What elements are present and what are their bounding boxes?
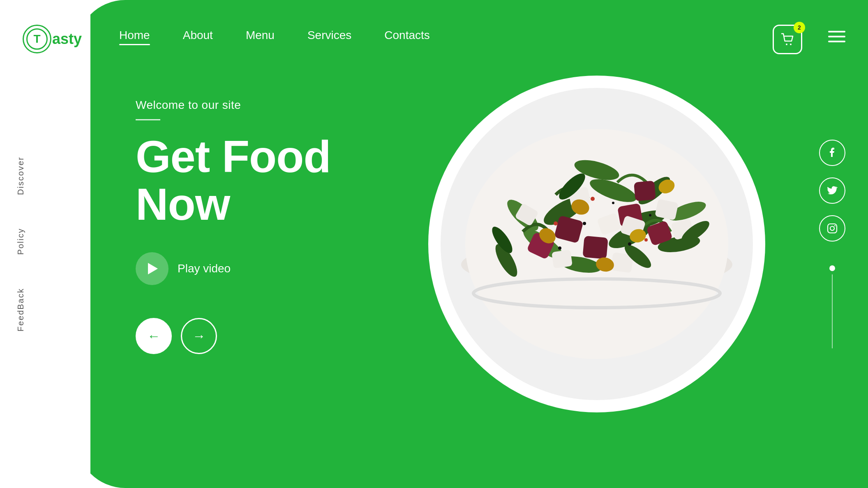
cart-area: 2: [773, 25, 802, 54]
sidebar-discover[interactable]: Discover: [16, 140, 25, 212]
nav-menu[interactable]: Menu: [246, 29, 275, 42]
svg-point-0: [786, 44, 787, 45]
logo-circle: T: [23, 25, 51, 53]
svg-point-50: [834, 225, 836, 226]
svg-rect-24: [552, 250, 573, 269]
scroll-indicator: [829, 265, 835, 348]
hero-title: Get Food Now: [136, 133, 331, 228]
logo-name: asty: [52, 30, 82, 48]
instagram-button[interactable]: [819, 215, 845, 242]
play-icon: [148, 263, 158, 274]
hero-content: Welcome to our site Get Food Now Play vi…: [136, 99, 331, 354]
scroll-line: [832, 274, 833, 348]
svg-point-1: [790, 44, 792, 45]
hamburger-line-3: [828, 41, 845, 42]
welcome-text: Welcome to our site: [136, 99, 331, 112]
logo-letter: T: [33, 33, 40, 45]
left-sidebar: Discover Policy FeedBack: [0, 0, 90, 488]
logo-circle-inner: T: [26, 28, 48, 50]
play-video-row: Play video: [136, 252, 331, 285]
hamburger-line-2: [828, 36, 845, 37]
svg-rect-18: [582, 236, 608, 259]
svg-point-46: [554, 221, 558, 226]
instagram-icon: [827, 223, 838, 234]
svg-point-43: [628, 242, 631, 246]
cart-icon: [780, 32, 795, 47]
play-video-button[interactable]: [136, 252, 169, 285]
twitter-icon: [827, 185, 838, 196]
cart-button[interactable]: 2: [773, 25, 802, 54]
svg-point-39: [583, 222, 586, 225]
hamburger-menu[interactable]: [828, 31, 845, 42]
food-image: [441, 88, 753, 400]
sidebar-policy[interactable]: Policy: [16, 212, 25, 271]
facebook-button[interactable]: [819, 140, 845, 166]
svg-rect-21: [634, 181, 656, 201]
sidebar-links: Discover Policy FeedBack: [0, 0, 41, 488]
play-video-label: Play video: [178, 262, 231, 275]
scroll-dot: [829, 265, 835, 271]
nav-services[interactable]: Services: [307, 29, 351, 42]
next-arrow-button[interactable]: →: [181, 318, 217, 354]
svg-rect-48: [828, 224, 837, 233]
svg-point-44: [591, 197, 595, 201]
facebook-icon: [827, 147, 838, 158]
welcome-divider: [136, 119, 160, 120]
nav-about[interactable]: About: [183, 29, 213, 42]
svg-point-49: [830, 226, 834, 230]
cart-badge: 2: [794, 22, 805, 33]
sidebar-feedback[interactable]: FeedBack: [16, 272, 25, 348]
logo[interactable]: T asty: [23, 25, 82, 53]
svg-point-41: [558, 246, 561, 250]
food-image-container: [428, 76, 765, 412]
nav-home[interactable]: Home: [119, 29, 150, 42]
main-nav: Home About Menu Services Contacts: [119, 29, 430, 42]
social-icons: [819, 140, 845, 348]
nav-contacts[interactable]: Contacts: [384, 29, 430, 42]
svg-point-40: [612, 202, 614, 204]
nav-arrows: ← →: [136, 318, 331, 354]
salad-svg: [441, 88, 753, 400]
prev-arrow-button[interactable]: ←: [136, 318, 172, 354]
svg-point-45: [644, 238, 648, 242]
svg-point-42: [649, 214, 651, 216]
twitter-button[interactable]: [819, 177, 845, 204]
hamburger-line-1: [828, 31, 845, 32]
